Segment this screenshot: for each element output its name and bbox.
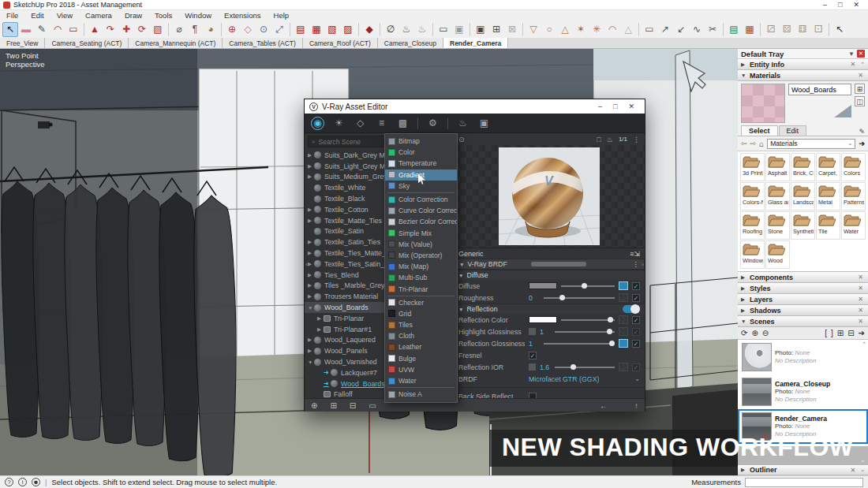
section-header-reflection[interactable]: ▼Reflection: [454, 304, 645, 314]
scene-tab-camera-closeup[interactable]: Camera_Closeup: [378, 38, 443, 48]
pan-tool[interactable]: ◇: [240, 22, 256, 37]
pencil-tool[interactable]: ✎: [34, 22, 50, 37]
menu-tools[interactable]: Tools: [148, 10, 178, 20]
enable-checkbox[interactable]: ✓: [632, 340, 640, 348]
orbit-tool[interactable]: ⊕: [224, 22, 240, 37]
texture-menu-item-uvw[interactable]: UVW: [385, 364, 457, 375]
up-navigation-icon[interactable]: ↑: [634, 401, 638, 410]
lock-checkbox[interactable]: [529, 328, 536, 335]
view-options-icon[interactable]: ⊞: [837, 328, 844, 339]
preview-dock-icon[interactable]: ⊙: [458, 136, 465, 143]
menu-help[interactable]: Help: [268, 10, 296, 20]
add-scene-icon[interactable]: ⊕: [751, 328, 758, 339]
parameter-slider[interactable]: [561, 319, 615, 321]
slider-knob[interactable]: [559, 295, 565, 300]
shapes-tool[interactable]: ▭: [65, 22, 81, 37]
vray-clipper-button[interactable]: ✂: [705, 22, 720, 37]
vray-batch-render-button[interactable]: ⊞: [488, 22, 504, 37]
texture-menu-item-color[interactable]: Color: [385, 147, 457, 158]
preview-scale-label[interactable]: 1/1: [619, 136, 627, 143]
vray-logo-button[interactable]: ∅: [383, 22, 398, 37]
scenes-scroll-up-icon[interactable]: ⌃: [862, 341, 866, 348]
vray-minimize-button[interactable]: –: [593, 102, 608, 110]
material-folder-colors-na[interactable]: Colors-Na: [740, 182, 765, 210]
render-elements-category-icon[interactable]: ≡: [375, 117, 388, 129]
back-arrow-icon[interactable]: ⇦: [741, 140, 747, 147]
tab-edit[interactable]: Edit: [779, 125, 807, 136]
preview-render-icon[interactable]: ♨: [607, 136, 613, 143]
text-tool[interactable]: ¶: [187, 22, 203, 37]
scene-list-item-camera_closeup[interactable]: Camera_CloseupPhoto: NoneNo Description: [738, 374, 868, 409]
collapse-arrow-icon[interactable]: ▶: [308, 337, 314, 343]
section-entity-info[interactable]: ▶ Entity Info ✕ ⌃: [738, 59, 868, 70]
vray-dice-1-button[interactable]: ⚂: [763, 22, 779, 37]
texture-map-button[interactable]: [619, 281, 628, 290]
import-asset-icon[interactable]: ▭: [369, 401, 376, 410]
save-file-icon[interactable]: ⊟: [350, 401, 356, 410]
vray-fur-button[interactable]: ∿: [689, 22, 705, 37]
chevron-down-icon[interactable]: ⌄: [634, 375, 640, 382]
collapse-arrow-icon[interactable]: ▶: [308, 272, 314, 278]
material-folder-brick-cla[interactable]: Brick, Cla: [791, 153, 815, 181]
material-folder-colors[interactable]: Colors: [841, 153, 866, 181]
texture-map-button[interactable]: [619, 327, 628, 336]
paint-bucket-tool[interactable]: ◕: [203, 22, 219, 37]
texture-menu-item-sky[interactable]: Sky: [385, 181, 457, 192]
render-icon[interactable]: ♨: [456, 117, 470, 129]
slider-knob[interactable]: [582, 283, 587, 289]
material-folder-synthetic[interactable]: Synthetic: [791, 211, 815, 240]
vray-mesh-light-button[interactable]: △: [620, 22, 636, 37]
materials-category-icon[interactable]: ◉: [311, 117, 324, 130]
zoom-tool[interactable]: ⊙: [256, 22, 271, 37]
collapse-arrow-icon[interactable]: ▶: [308, 239, 314, 245]
texture-menu-item-cloth[interactable]: Cloth: [385, 330, 457, 341]
section-header-diffuse[interactable]: ▼Diffuse: [454, 270, 645, 280]
settings-icon[interactable]: ⚙: [426, 117, 440, 129]
menu-view[interactable]: View: [51, 10, 79, 20]
section-outliner[interactable]: ▶ Outliner ✕ ⌄: [738, 465, 868, 475]
slider-knob[interactable]: [607, 329, 612, 334]
display-secondary-pane-button[interactable]: ⊞: [855, 84, 865, 94]
material-folder-roofing[interactable]: Roofing: [740, 211, 765, 240]
enable-checkbox[interactable]: ✓: [632, 363, 640, 371]
collapse-arrow-icon[interactable]: ▶: [308, 173, 314, 180]
textures-category-icon[interactable]: ▩: [396, 117, 410, 129]
forward-arrow-icon[interactable]: ⇨: [750, 140, 757, 147]
texture-menu-item-tiles[interactable]: Tiles: [385, 319, 457, 330]
vray-frame-buffer-button[interactable]: ▣: [473, 22, 488, 37]
tray-close-icon[interactable]: ✕: [857, 50, 865, 58]
texture-menu-item-color-correction[interactable]: Color Correction: [385, 194, 457, 205]
texture-map-button[interactable]: [619, 293, 628, 302]
expand-arrow-icon[interactable]: ▼: [308, 359, 314, 365]
parameter-slider[interactable]: [555, 367, 615, 368]
add-asset-icon[interactable]: ⊕: [311, 401, 317, 410]
eraser-tool[interactable]: ▬: [18, 22, 34, 37]
parameter-slider[interactable]: [561, 285, 615, 287]
texture-menu-item-simple-mix[interactable]: Simple Mix: [385, 228, 457, 239]
vray-dice-2-button[interactable]: ⚄: [779, 22, 795, 37]
followme-tool[interactable]: ↷: [103, 22, 118, 37]
extension-door-tool[interactable]: ▤: [293, 22, 309, 37]
vray-viewport-render-last-button[interactable]: ▣: [451, 22, 467, 37]
move-tool[interactable]: ✚: [118, 22, 134, 37]
rotate-tool[interactable]: ⟳: [134, 22, 150, 37]
collapse-arrow-icon[interactable]: ▶: [308, 250, 314, 256]
texture-menu-item-checker[interactable]: Checker: [385, 297, 457, 308]
texture-menu-item-curve-color-correction[interactable]: Curve Color Correction: [385, 205, 457, 216]
slider-knob[interactable]: [571, 364, 576, 370]
info-icon[interactable]: i: [18, 478, 27, 486]
minimize-button[interactable]: –: [817, 0, 832, 10]
texture-menu-item-bitmap[interactable]: Bitmap: [385, 136, 457, 147]
vray-sphere-light-button[interactable]: ○: [541, 22, 557, 37]
scale-tool[interactable]: ▧: [150, 22, 166, 37]
tray-scroll-up-icon[interactable]: ⌃: [860, 61, 865, 68]
vray-viewport-render-button[interactable]: ▭: [436, 22, 451, 37]
collapse-arrow-icon[interactable]: ▶: [308, 207, 314, 213]
material-folder-carpet-f[interactable]: Carpet, F: [816, 153, 840, 181]
material-folder-glass-an[interactable]: Glass an: [765, 182, 790, 210]
slider-knob[interactable]: [609, 341, 615, 346]
material-folder-window-c[interactable]: Window C: [740, 240, 765, 269]
back-navigation-icon[interactable]: ←: [600, 401, 608, 410]
tray-scroll-down-icon[interactable]: ⌄: [860, 467, 865, 473]
texture-menu-item-grid[interactable]: Grid: [385, 308, 457, 319]
